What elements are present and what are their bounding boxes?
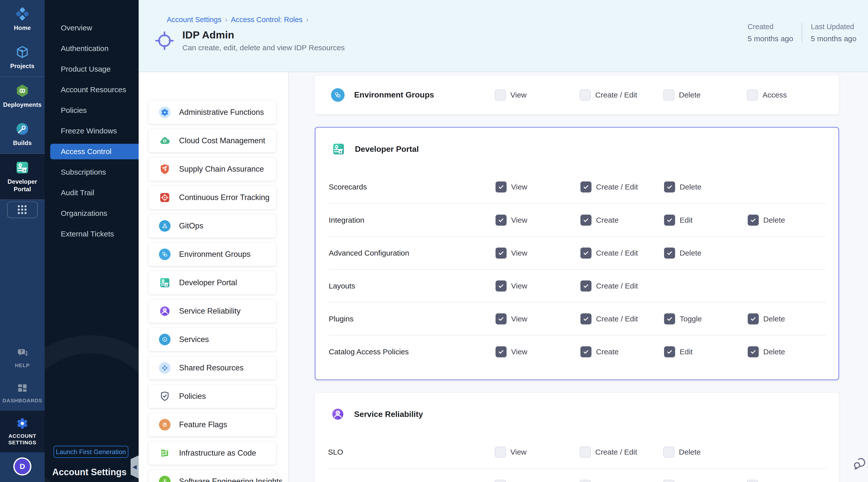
resource-card-services[interactable]: Services — [148, 328, 276, 351]
resource-card-label: Services — [179, 335, 209, 344]
sidebar-item-freeze-windows[interactable]: Freeze Windows — [45, 121, 138, 141]
permission-checkbox-delete[interactable] — [664, 181, 675, 192]
shared-resources-icon — [159, 362, 170, 374]
resource-card-label: Software Engineering Insights — [179, 477, 283, 482]
permission-checkbox-create-edit[interactable] — [580, 447, 591, 458]
permission-checkbox-create-edit[interactable] — [581, 181, 591, 192]
permission-checkbox-delete[interactable] — [663, 447, 674, 458]
sidebar-item-external-tickets[interactable]: External Tickets — [45, 224, 138, 244]
permission-checkbox-create-edit[interactable] — [580, 480, 591, 482]
last-updated-label: Last Updated — [811, 23, 857, 31]
permission-checkbox-view[interactable] — [495, 447, 506, 458]
sidebar-item-policies[interactable]: Policies — [45, 100, 138, 121]
sidebar-item-subscriptions[interactable]: Subscriptions — [45, 162, 138, 182]
breadcrumb-separator: › — [225, 16, 227, 24]
module-nav-item-home[interactable]: Home — [0, 0, 45, 38]
sidebar-item-audit-trail[interactable]: Audit Trail — [45, 182, 138, 203]
user-avatar[interactable]: D — [13, 457, 31, 476]
last-updated-value: 5 months ago — [811, 34, 857, 43]
resource-card-cloud-cost-management[interactable]: $Cloud Cost Management — [148, 129, 276, 153]
permission-row-label: Monitored Services — [328, 481, 495, 482]
permission-label: Delete — [679, 481, 701, 482]
permission-checkbox-view[interactable] — [496, 346, 506, 357]
permission-checkbox-delete[interactable] — [664, 247, 675, 259]
permission-checkbox-view[interactable] — [496, 313, 506, 325]
resource-card-software-engineering-insights[interactable]: Software Engineering Insights — [148, 470, 276, 482]
sidebar-item-product-usage[interactable]: Product Usage — [45, 59, 138, 80]
sidebar-item-access-control[interactable]: Access Control — [50, 144, 138, 159]
permission-row-label: Advanced Configuration — [329, 249, 496, 257]
breadcrumb-account-settings[interactable]: Account Settings — [167, 16, 221, 24]
permission-checkbox-view[interactable] — [496, 215, 506, 226]
permission-checkbox-delete[interactable] — [748, 346, 759, 357]
permission-checkbox-create-edit[interactable] — [581, 247, 591, 259]
support-chat-icon[interactable] — [852, 456, 867, 471]
resource-card-administrative-functions[interactable]: Administrative Functions — [148, 100, 276, 124]
resource-card-service-reliability[interactable]: Service Reliability — [148, 299, 276, 323]
permission-checkbox-edit[interactable] — [664, 215, 675, 226]
permission-checkbox-create-edit[interactable] — [581, 280, 591, 292]
permission-label: View — [510, 481, 526, 482]
permission-label: View — [510, 91, 526, 99]
module-nav-item-help[interactable]: ? HELP — [0, 340, 45, 375]
permission-label: Create / Edit — [596, 249, 638, 257]
resource-card-environment-groups[interactable]: Environment Groups — [148, 242, 276, 266]
module-selector-box[interactable] — [7, 202, 38, 218]
resource-card-policies[interactable]: Policies — [148, 385, 276, 408]
permission-checkbox-access[interactable] — [747, 89, 758, 100]
breadcrumb-access-control-roles[interactable]: Access Control: Roles — [231, 16, 302, 24]
sidebar-item-account-resources[interactable]: Account Resources — [45, 80, 138, 100]
resource-card-shared-resources[interactable]: Shared Resources — [148, 356, 276, 380]
permission-checkbox-view[interactable] — [496, 280, 506, 292]
permission-checkbox-edit[interactable] — [664, 346, 675, 357]
permission-create-edit: Create / Edit — [581, 280, 664, 292]
permission-checkbox-delete[interactable] — [663, 89, 674, 100]
module-nav-label: Deployments — [3, 101, 42, 109]
permission-label: View — [511, 348, 527, 356]
resource-card-feature-flags[interactable]: Feature Flags — [148, 413, 276, 436]
sidebar-collapse-toggle[interactable]: ◀ — [131, 455, 138, 479]
launch-first-generation-button[interactable]: Launch First Generation — [54, 446, 128, 458]
module-nav-item-projects[interactable]: Projects — [0, 38, 45, 77]
dashboards-grid-icon — [16, 382, 29, 394]
sidebar-item-authentication[interactable]: Authentication — [45, 38, 138, 59]
permission-checkbox-create[interactable] — [581, 215, 591, 226]
resource-card-gitops[interactable]: GitOps — [148, 214, 276, 238]
page-subtitle: Can create, edit, delete and view IDP Re… — [182, 43, 345, 52]
module-nav-item-builds[interactable]: Builds — [0, 115, 45, 153]
permission-checkbox-create-edit[interactable] — [581, 313, 591, 325]
permission-label: Delete — [680, 249, 702, 257]
permission-checkbox-view[interactable] — [495, 89, 506, 100]
permission-delete: Delete — [748, 313, 826, 325]
permission-toggle: Toggle — [747, 480, 827, 482]
permission-checkbox-toggle[interactable] — [664, 313, 675, 325]
resource-card-supply-chain-assurance[interactable]: Supply Chain Assurance — [148, 157, 276, 181]
developer-portal-card-icon — [332, 142, 345, 156]
permission-checkbox-view[interactable] — [496, 181, 506, 192]
help-chat-icon: ? — [16, 347, 29, 359]
permission-row-label: Integration — [329, 216, 496, 224]
content: Administrative Functions $Cloud Cost Man… — [138, 72, 868, 482]
page-title: IDP Admin — [182, 29, 345, 41]
permission-row-label: Plugins — [329, 314, 496, 323]
permission-checkbox-view[interactable] — [496, 247, 506, 259]
permission-row-scorecards: ScorecardsViewCreate / EditDelete — [329, 170, 826, 203]
module-nav-item-dashboards[interactable]: DASHBOARDS — [0, 375, 45, 411]
resource-card-infrastructure-as-code[interactable]: Infrastructure as Code — [148, 441, 276, 465]
permission-checkbox-create[interactable] — [581, 346, 591, 357]
resource-card-developer-portal[interactable]: Developer Portal — [148, 271, 276, 295]
sidebar-item-organizations[interactable]: Organizations — [45, 203, 138, 224]
permission-checkbox-create-edit[interactable] — [580, 89, 591, 100]
sidebar-item-overview[interactable]: Overview — [45, 18, 138, 38]
module-nav-spacer — [0, 218, 45, 340]
module-nav-item-deployments[interactable]: Deployments — [0, 77, 45, 115]
resource-card-continuous-error-tracking[interactable]: Continuous Error Tracking — [148, 186, 276, 209]
module-nav-item-developer-portal[interactable]: Developer Portal — [0, 154, 45, 200]
permission-checkbox-delete[interactable] — [663, 480, 674, 482]
permission-create: Create — [581, 346, 664, 357]
permission-checkbox-delete[interactable] — [748, 215, 759, 226]
permission-checkbox-delete[interactable] — [748, 313, 759, 325]
module-nav-item-account-settings[interactable]: ACCOUNT SETTINGS — [0, 411, 45, 453]
permission-checkbox-toggle[interactable] — [747, 480, 758, 482]
permission-checkbox-view[interactable] — [495, 480, 506, 482]
